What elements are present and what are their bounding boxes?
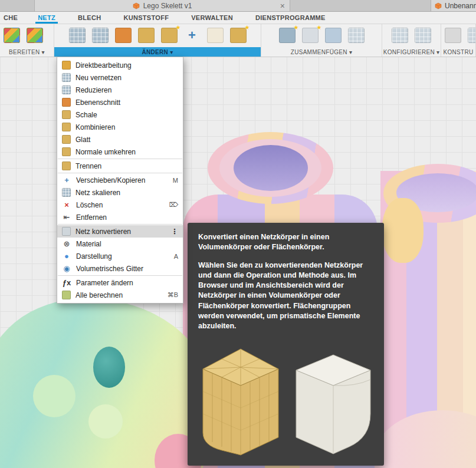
flip-normals-icon bbox=[62, 147, 71, 156]
menu-item-entfernen[interactable]: ⇤Entfernen bbox=[57, 211, 183, 223]
toolbar: BEREITEN ▾★+★ÄNDERN ▾★★ZUSAMMENFÜGEN ▾KO… bbox=[0, 24, 476, 57]
menu-item-neu-vernetzen[interactable]: Neu vernetzen bbox=[57, 71, 183, 84]
document-tab[interactable]: Lego Skelett v1 × bbox=[34, 0, 290, 11]
menu-item-label: Trennen bbox=[75, 162, 178, 170]
solid-body-preview-image bbox=[291, 351, 375, 459]
document-cube-icon bbox=[133, 2, 140, 9]
konfigurationen-icon[interactable] bbox=[415, 28, 431, 43]
menu-item-label: Direktbearbeitung bbox=[75, 61, 178, 70]
appearance-icon: ● bbox=[62, 252, 71, 261]
stueckliste-icon[interactable] bbox=[348, 28, 365, 43]
menu-item-shortcut: ⌘B bbox=[168, 291, 178, 299]
menu-item-loeschen[interactable]: ×Löschen⌦ bbox=[57, 199, 183, 211]
convert-mesh-tooltip: Konvertiert einen Netzkörper in einen Vo… bbox=[188, 223, 384, 466]
menu-item-label: Material bbox=[76, 240, 178, 248]
smooth-icon bbox=[62, 135, 71, 144]
menu-item-schale[interactable]: Schale bbox=[57, 108, 183, 121]
model-round-hole bbox=[88, 404, 123, 439]
netz-skalieren-icon[interactable] bbox=[207, 28, 224, 43]
menu-item-label: Verschieben/Kopieren bbox=[76, 176, 168, 184]
neue-komponente-icon[interactable]: ★ bbox=[302, 28, 319, 43]
menu-item-trennen[interactable]: Trennen bbox=[57, 160, 183, 172]
delete-icon: × bbox=[62, 200, 71, 210]
menu-item-alle-berechnen[interactable]: Alle berechnen⌘B bbox=[57, 289, 183, 301]
titlebar: Lego Skelett v1 × Unbenann bbox=[0, 0, 476, 12]
tab-che[interactable]: CHE bbox=[1, 11, 20, 24]
netz-konvertieren-icon[interactable]: ★ bbox=[230, 28, 247, 43]
menu-item-netz-skalieren[interactable]: Netz skalieren bbox=[57, 186, 183, 199]
menu-item-label: Reduzieren bbox=[75, 86, 178, 94]
toolbar-icons bbox=[0, 24, 54, 47]
toolbar-group-label-vorbereiten[interactable]: BEREITEN ▾ bbox=[0, 47, 54, 57]
plane-cut-icon bbox=[62, 98, 71, 107]
menu-item-label: Alle berechnen bbox=[75, 291, 163, 299]
toolbar-group-label-konstruieren[interactable]: KONSTRU bbox=[441, 47, 475, 57]
sparkle-badge: ★ bbox=[294, 24, 299, 31]
konfigurationstabelle-icon[interactable] bbox=[392, 28, 408, 43]
menu-item-normale-umkehren[interactable]: Normale umkehren bbox=[57, 146, 183, 158]
tab-netz[interactable]: NETZ bbox=[35, 11, 58, 24]
menu-divider bbox=[58, 159, 182, 159]
menu-item-parameter-aendern[interactable]: ƒxParameter ändern bbox=[57, 276, 183, 289]
schale-icon[interactable] bbox=[138, 28, 155, 43]
menu-item-darstellung[interactable]: ●DarstellungA bbox=[57, 250, 183, 262]
toolbar-icons: ★★ bbox=[261, 24, 382, 47]
tab-blech[interactable]: BLECH bbox=[75, 11, 103, 24]
erase-icon: ⇤ bbox=[62, 213, 71, 222]
menu-item-pin-handle-icon[interactable]: ⋮ bbox=[169, 228, 178, 236]
menu-item-shortcut: A bbox=[174, 253, 178, 260]
separate-icon bbox=[62, 162, 71, 170]
verschieben-kopieren-icon[interactable]: + bbox=[184, 28, 201, 43]
document-tab-unbenannt[interactable]: Unbenann bbox=[431, 0, 476, 11]
mesh-cube-colored2-icon[interactable] bbox=[27, 28, 43, 43]
toolbar-group-konstruieren: KONSTRU bbox=[441, 24, 476, 57]
menu-item-volumetrisches-gitter[interactable]: ◉Volumetrisches Gitter bbox=[57, 262, 183, 275]
konstruieren-icon[interactable] bbox=[445, 28, 461, 43]
kombinieren-icon[interactable]: ★ bbox=[161, 28, 178, 43]
menu-item-reduzieren[interactable]: Reduzieren bbox=[57, 84, 183, 96]
menu-item-label: Netz konvertieren bbox=[75, 228, 164, 236]
close-document-icon[interactable]: × bbox=[280, 0, 285, 11]
material-icon: ⊗ bbox=[62, 239, 71, 249]
toolbar-icons: ★+★ bbox=[54, 24, 261, 47]
toolbar-group-label-konfigurieren[interactable]: KONFIGURIEREN ▾ bbox=[382, 47, 441, 57]
sparkle-badge: ★ bbox=[176, 24, 181, 31]
menu-item-label: Entfernen bbox=[76, 213, 178, 222]
menu-item-ebenenschnitt[interactable]: Ebenenschnitt bbox=[57, 96, 183, 108]
menu-item-direktbearbeitung[interactable]: Direktbearbeitung bbox=[57, 59, 183, 71]
menu-divider bbox=[58, 173, 182, 173]
tab-dienstprogramme[interactable]: DIENSTPROGRAMME bbox=[253, 11, 328, 24]
einfuegen-icon[interactable]: ★ bbox=[279, 28, 296, 43]
menu-item-material[interactable]: ⊗Material bbox=[57, 238, 183, 250]
neu-vernetzen-icon[interactable] bbox=[69, 28, 86, 43]
menu-divider bbox=[58, 275, 182, 276]
menu-item-label: Parameter ändern bbox=[76, 279, 178, 287]
toolbar-group-label-zusammenfuegen[interactable]: ZUSAMMENFÜGEN ▾ bbox=[261, 47, 382, 57]
tab-verwalten[interactable]: VERWALTEN bbox=[189, 11, 235, 24]
toolbar-group-vorbereiten: BEREITEN ▾ bbox=[0, 24, 54, 57]
document-cube-icon bbox=[435, 2, 442, 9]
menu-item-verschieben-kopieren[interactable]: +Verschieben/KopierenM bbox=[57, 174, 183, 186]
move-copy-icon: + bbox=[62, 176, 71, 185]
model-neck-bore bbox=[234, 145, 308, 191]
remesh-icon bbox=[62, 73, 71, 82]
sparkle-badge: ★ bbox=[245, 24, 250, 31]
toolbar-group-konfigurieren: KONFIGURIEREN ▾ bbox=[382, 24, 441, 57]
menu-item-glatt[interactable]: Glatt bbox=[57, 133, 183, 146]
menu-item-label: Schale bbox=[75, 111, 178, 119]
menu-item-label: Glatt bbox=[75, 136, 178, 144]
mesh-cube-colored-icon[interactable] bbox=[4, 28, 20, 43]
menu-item-kombinieren[interactable]: Kombinieren bbox=[57, 121, 183, 133]
ebenenschnitt-icon[interactable] bbox=[115, 28, 132, 43]
menu-item-netz-konvertieren[interactable]: Netz konvertieren⋮ bbox=[57, 225, 183, 238]
tab-kunststoff[interactable]: KUNSTSTOFF bbox=[121, 11, 171, 24]
verbindung-icon[interactable] bbox=[325, 28, 342, 43]
menu-item-label: Neu vernetzen bbox=[75, 74, 178, 82]
toolbar-group-label-aendern[interactable]: ÄNDERN ▾ bbox=[54, 47, 261, 57]
reduzieren-icon[interactable] bbox=[92, 28, 109, 43]
ribbon-tabs: CHENETZBLECHKUNSTSTOFFVERWALTENDIENSTPRO… bbox=[0, 11, 476, 24]
model-teal-hole bbox=[93, 347, 125, 388]
menu-item-label: Kombinieren bbox=[75, 123, 178, 131]
mesh-body-preview-image bbox=[197, 344, 284, 459]
tabelle-icon[interactable] bbox=[468, 28, 476, 43]
